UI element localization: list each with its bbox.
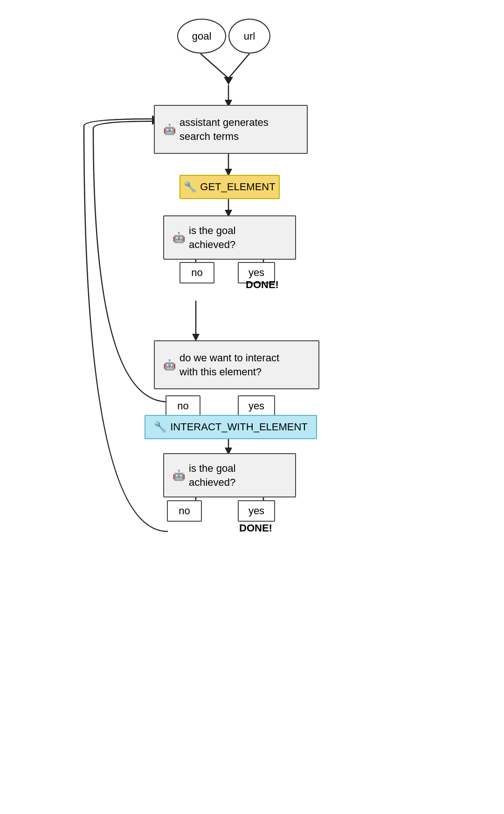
no-1-box: no: [180, 262, 214, 283]
robot-emoji-3: 🤖: [163, 358, 176, 372]
no-1-label: no: [191, 267, 202, 279]
is-goal-1-text: is the goalachieved?: [189, 224, 235, 251]
svg-marker-2: [224, 77, 233, 85]
no-3-box: no: [167, 500, 202, 522]
done-2-label: DONE!: [239, 522, 272, 534]
is-goal-1-box: 🤖 is the goalachieved?: [163, 215, 296, 260]
generate-terms-text: assistant generatessearch terms: [180, 116, 269, 143]
svg-line-1: [228, 54, 249, 78]
is-goal-2-box: 🤖 is the goalachieved?: [163, 453, 296, 497]
goal-label: goal: [192, 30, 212, 42]
interact-check-text: do we want to interactwith this element?: [180, 351, 279, 379]
yes-3-box: yes: [238, 500, 275, 522]
svg-line-0: [200, 54, 228, 78]
yes-2-box: yes: [238, 395, 275, 417]
yes-3-label: yes: [249, 505, 264, 517]
url-circle: url: [228, 19, 270, 54]
interact-with-box: 🔧 INTERACT_WITH_ELEMENT: [145, 415, 317, 439]
interact-with-text: INTERACT_WITH_ELEMENT: [170, 420, 308, 434]
no-2-label: no: [177, 400, 188, 412]
robot-emoji-1: 🤖: [163, 123, 176, 137]
yes-1-label: yes: [249, 267, 264, 279]
is-goal-2-text: is the goalachieved?: [189, 462, 235, 489]
no-2-box: no: [166, 395, 200, 417]
done-1-label: DONE!: [246, 279, 279, 291]
get-element-box: 🔧 GET_ELEMENT: [180, 175, 280, 199]
get-element-text: GET_ELEMENT: [200, 180, 275, 194]
flowchart-diagram: goal url 🤖 assistant generatessearch ter…: [0, 0, 504, 814]
wrench-emoji-2: 🔧: [154, 420, 166, 434]
yes-2-label: yes: [249, 400, 264, 412]
wrench-emoji-1: 🔧: [184, 180, 196, 194]
goal-circle: goal: [177, 19, 226, 54]
interact-check-box: 🤖 do we want to interactwith this elemen…: [154, 340, 319, 389]
no-3-label: no: [179, 505, 190, 517]
robot-emoji-4: 🤖: [173, 469, 185, 483]
robot-emoji-2: 🤖: [173, 231, 185, 245]
generate-terms-box: 🤖 assistant generatessearch terms: [154, 105, 308, 154]
url-label: url: [244, 30, 255, 42]
